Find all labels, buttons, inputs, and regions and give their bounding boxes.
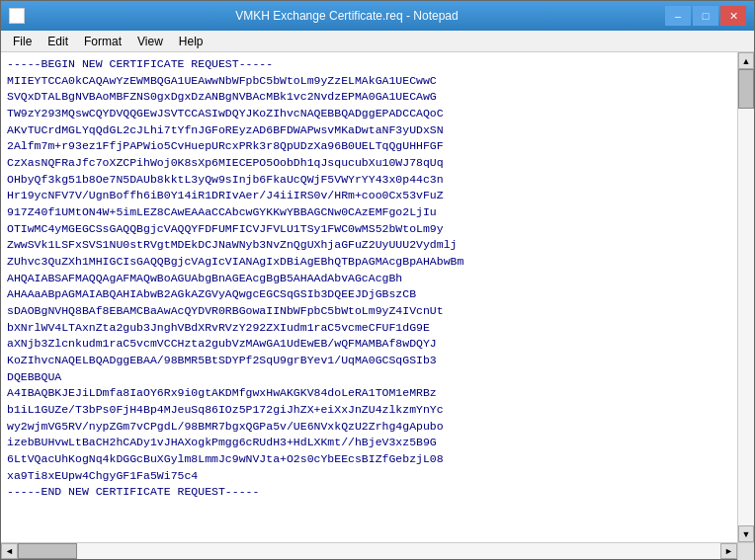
menu-format[interactable]: Format (76, 33, 129, 50)
window-controls: – □ ✕ (665, 6, 746, 26)
bottom-bar: ◄ ► (1, 542, 754, 559)
scroll-right-button[interactable]: ► (720, 543, 737, 559)
horizontal-scrollbar: ◄ ► (1, 543, 737, 559)
menu-view[interactable]: View (129, 33, 171, 50)
content-area: ▲ ▼ (1, 52, 754, 542)
title-bar: VMKH Exchange Certificate.req - Notepad … (1, 1, 754, 31)
menu-help[interactable]: Help (171, 33, 211, 50)
text-area-container (1, 52, 737, 542)
notepad-window: VMKH Exchange Certificate.req - Notepad … (0, 0, 755, 560)
notepad-icon (9, 8, 25, 24)
minimize-button[interactable]: – (665, 6, 691, 26)
window-title: VMKH Exchange Certificate.req - Notepad (29, 9, 665, 23)
scroll-thumb-horizontal[interactable] (18, 543, 77, 559)
scroll-left-button[interactable]: ◄ (1, 543, 18, 559)
close-button[interactable]: ✕ (720, 6, 746, 26)
menu-bar: File Edit Format View Help (1, 31, 754, 52)
vertical-scrollbar: ▲ ▼ (737, 52, 754, 542)
scrollbar-corner (737, 543, 754, 560)
scroll-thumb-vertical[interactable] (738, 69, 754, 109)
scroll-up-button[interactable]: ▲ (738, 52, 754, 69)
scroll-track-vertical[interactable] (738, 69, 754, 525)
scroll-track-horizontal[interactable] (18, 543, 720, 559)
menu-file[interactable]: File (5, 33, 40, 50)
maximize-button[interactable]: □ (693, 6, 718, 26)
menu-edit[interactable]: Edit (40, 33, 76, 50)
scroll-down-button[interactable]: ▼ (738, 525, 754, 542)
text-editor[interactable] (1, 52, 737, 542)
